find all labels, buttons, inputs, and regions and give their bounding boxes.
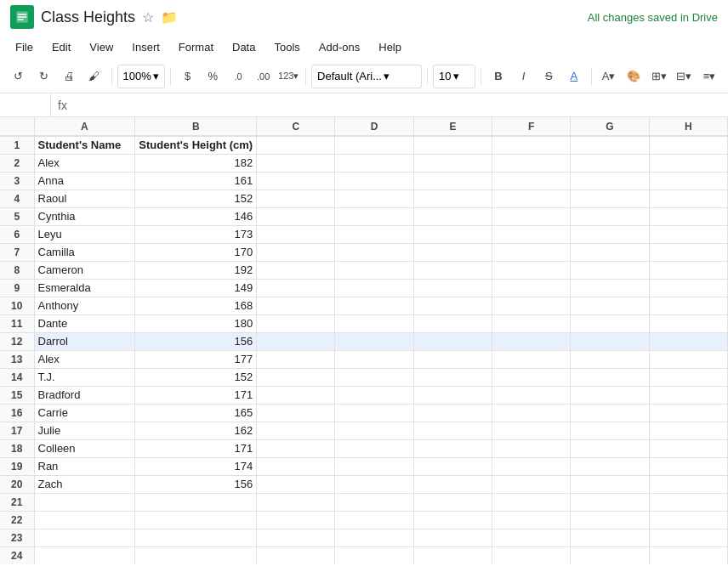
cell-5-d[interactable] bbox=[335, 207, 413, 225]
cell-9-a[interactable]: Esmeralda bbox=[34, 279, 135, 297]
cell-5-h[interactable] bbox=[649, 207, 727, 225]
cell-3-e[interactable] bbox=[413, 172, 492, 190]
cell-3-c[interactable] bbox=[257, 172, 335, 190]
cell-1-f[interactable] bbox=[492, 136, 571, 154]
cell-13-e[interactable] bbox=[413, 350, 492, 368]
col-header-a[interactable]: A bbox=[34, 117, 135, 136]
cell-3-f[interactable] bbox=[492, 172, 571, 190]
cell-22-a[interactable] bbox=[34, 511, 135, 529]
cell-2-d[interactable] bbox=[335, 154, 413, 172]
cell-8-b[interactable]: 192 bbox=[135, 261, 257, 279]
cell-22-c[interactable] bbox=[257, 511, 335, 529]
cell-1-d[interactable] bbox=[335, 136, 413, 154]
cell-8-d[interactable] bbox=[335, 261, 413, 279]
cell-1-b[interactable]: Student's Height (cm) bbox=[135, 136, 257, 154]
print-button[interactable]: 🖨 bbox=[57, 65, 81, 88]
cell-1-e[interactable] bbox=[413, 136, 492, 154]
cell-11-b[interactable]: 180 bbox=[135, 314, 257, 332]
cell-13-b[interactable]: 177 bbox=[135, 350, 257, 368]
cell-23-a[interactable] bbox=[34, 529, 135, 546]
font-size-selector[interactable]: 10 ▾ bbox=[433, 65, 475, 88]
cell-5-b[interactable]: 146 bbox=[135, 207, 257, 225]
menu-edit[interactable]: Edit bbox=[43, 37, 79, 57]
cell-20-h[interactable] bbox=[649, 475, 727, 493]
menu-addons[interactable]: Add-ons bbox=[310, 37, 368, 57]
cell-7-f[interactable] bbox=[492, 243, 571, 261]
cell-5-e[interactable] bbox=[413, 207, 492, 225]
cell-12-g[interactable] bbox=[571, 332, 649, 350]
col-header-f[interactable]: F bbox=[492, 117, 571, 136]
cell-23-e[interactable] bbox=[413, 529, 492, 546]
cell-2-a[interactable]: Alex bbox=[34, 154, 135, 172]
zoom-selector[interactable]: 100% ▾ bbox=[117, 65, 165, 88]
cell-23-h[interactable] bbox=[649, 529, 727, 546]
row-header-7[interactable]: 7 bbox=[0, 243, 34, 261]
cell-8-a[interactable]: Cameron bbox=[34, 261, 135, 279]
cell-24-h[interactable] bbox=[649, 546, 727, 564]
cell-1-a[interactable]: Student's Name bbox=[34, 136, 135, 154]
decimal-increase-button[interactable]: .00 bbox=[252, 65, 276, 88]
cell-10-h[interactable] bbox=[649, 297, 727, 314]
cell-20-c[interactable] bbox=[257, 475, 335, 493]
menu-data[interactable]: Data bbox=[224, 37, 264, 57]
cell-11-c[interactable] bbox=[257, 314, 335, 332]
cell-14-b[interactable]: 152 bbox=[135, 368, 257, 386]
cell-8-c[interactable] bbox=[257, 261, 335, 279]
cell-7-a[interactable]: Camilla bbox=[34, 243, 135, 261]
cell-19-e[interactable] bbox=[413, 457, 492, 475]
menu-file[interactable]: File bbox=[7, 37, 42, 57]
cell-9-f[interactable] bbox=[492, 279, 571, 297]
cell-7-e[interactable] bbox=[413, 243, 492, 261]
cell-3-d[interactable] bbox=[335, 172, 413, 190]
row-header-6[interactable]: 6 bbox=[0, 225, 34, 243]
cell-21-c[interactable] bbox=[257, 493, 335, 511]
cell-20-g[interactable] bbox=[571, 475, 649, 493]
cell-13-h[interactable] bbox=[649, 350, 727, 368]
cell-6-c[interactable] bbox=[257, 225, 335, 243]
borders-button[interactable]: ⊞▾ bbox=[647, 65, 671, 88]
cell-21-g[interactable] bbox=[571, 493, 649, 511]
paint-format-button[interactable]: 🖌 bbox=[82, 65, 106, 88]
row-header-19[interactable]: 19 bbox=[0, 457, 34, 475]
currency-button[interactable]: $ bbox=[176, 65, 200, 88]
cell-16-f[interactable] bbox=[492, 404, 571, 422]
cell-21-a[interactable] bbox=[34, 493, 135, 511]
row-header-10[interactable]: 10 bbox=[0, 297, 34, 314]
cell-18-b[interactable]: 171 bbox=[135, 439, 257, 457]
col-header-e[interactable]: E bbox=[413, 117, 492, 136]
cell-9-g[interactable] bbox=[571, 279, 649, 297]
cell-17-c[interactable] bbox=[257, 422, 335, 439]
cell-9-b[interactable]: 149 bbox=[135, 279, 257, 297]
underline-button[interactable]: A bbox=[562, 65, 586, 88]
cell-14-g[interactable] bbox=[571, 368, 649, 386]
cell-4-c[interactable] bbox=[257, 190, 335, 207]
cell-10-f[interactable] bbox=[492, 297, 571, 314]
cell-19-b[interactable]: 174 bbox=[135, 457, 257, 475]
cell-6-g[interactable] bbox=[571, 225, 649, 243]
cell-10-d[interactable] bbox=[335, 297, 413, 314]
cell-11-e[interactable] bbox=[413, 314, 492, 332]
cell-7-b[interactable]: 170 bbox=[135, 243, 257, 261]
cell-11-f[interactable] bbox=[492, 314, 571, 332]
cell-21-b[interactable] bbox=[135, 493, 257, 511]
cell-16-g[interactable] bbox=[571, 404, 649, 422]
cell-7-d[interactable] bbox=[335, 243, 413, 261]
cell-4-d[interactable] bbox=[335, 190, 413, 207]
cell-13-a[interactable]: Alex bbox=[34, 350, 135, 368]
cell-2-f[interactable] bbox=[492, 154, 571, 172]
font-selector[interactable]: Default (Ari... ▾ bbox=[311, 65, 422, 88]
cell-4-a[interactable]: Raoul bbox=[34, 190, 135, 207]
cell-3-h[interactable] bbox=[649, 172, 727, 190]
cell-24-g[interactable] bbox=[571, 546, 649, 564]
cell-23-f[interactable] bbox=[492, 529, 571, 546]
row-header-22[interactable]: 22 bbox=[0, 511, 34, 529]
cell-9-c[interactable] bbox=[257, 279, 335, 297]
menu-help[interactable]: Help bbox=[370, 37, 410, 57]
undo-button[interactable]: ↺ bbox=[7, 65, 31, 88]
cell-7-h[interactable] bbox=[649, 243, 727, 261]
cell-13-f[interactable] bbox=[492, 350, 571, 368]
row-header-20[interactable]: 20 bbox=[0, 475, 34, 493]
cell-17-f[interactable] bbox=[492, 422, 571, 439]
cell-12-b[interactable]: 156 bbox=[135, 332, 257, 350]
row-header-16[interactable]: 16 bbox=[0, 404, 34, 422]
